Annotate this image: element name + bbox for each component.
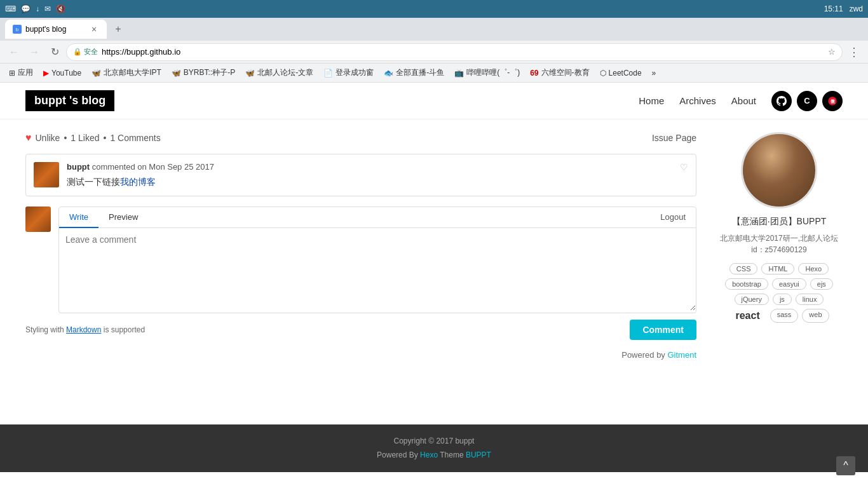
- bookmark-byrbt[interactable]: 🦋 BYRBT::种子-P: [168, 66, 239, 79]
- bookmark-label: 六维空间-教育: [541, 67, 590, 78]
- tag-linux[interactable]: linux: [796, 294, 824, 305]
- liked-count: 1 Liked: [71, 133, 99, 143]
- write-tab[interactable]: Write: [59, 207, 98, 228]
- footer-copyright: Copyright © 2017 buppt: [10, 435, 858, 449]
- url-bar[interactable]: 🔒 安全 https://buppt.github.io ☆: [66, 43, 843, 61]
- avatar-image: [34, 162, 59, 187]
- bookmark-leetcode[interactable]: ⬡ LeetCode: [596, 67, 646, 79]
- comment-body: buppt commented on Mon Sep 25 2017 ♡ 测试一…: [67, 162, 688, 188]
- forward-button[interactable]: →: [25, 43, 43, 61]
- site-nav: Home Archives About C 微: [639, 91, 843, 111]
- github-icon[interactable]: [771, 91, 792, 111]
- tag-easyui[interactable]: easyui: [772, 278, 806, 290]
- bookmark-youtube[interactable]: ▶ YouTube: [39, 67, 85, 79]
- bookmark-label: 哔哩哔哩(゜-゜): [466, 67, 520, 78]
- tab-favicon: b: [13, 25, 22, 34]
- bookmark-bupt[interactable]: 🦋 北京邮电大学IPT: [88, 66, 165, 79]
- editor-box: Write Preview Logout: [58, 207, 696, 313]
- tag-css[interactable]: CSS: [729, 263, 758, 274]
- social-icons: C 微: [771, 91, 843, 111]
- comment-item: buppt commented on Mon Sep 25 2017 ♡ 测试一…: [25, 154, 696, 196]
- buppt-theme-link[interactable]: BUPPT: [466, 451, 491, 459]
- chrome-menu-button[interactable]: ⋮: [845, 43, 863, 61]
- unlike-button[interactable]: ♥: [25, 132, 32, 144]
- bookmark-label: 登录成功窗: [336, 67, 374, 78]
- tags-cloud: CSSHTMLHexobootstrapeasyuiejsjQueryjslin…: [715, 263, 843, 323]
- bookmark-more[interactable]: »: [648, 67, 660, 79]
- reload-button[interactable]: ↻: [46, 43, 64, 61]
- codepen-icon[interactable]: C: [797, 91, 817, 111]
- bookmark-douyu[interactable]: 🐟 全部直播-斗鱼: [380, 66, 448, 79]
- hexo-link[interactable]: Hexo: [420, 451, 438, 459]
- commenter-avatar: [34, 162, 59, 187]
- bookmark-label: 北邮人论坛-文章: [257, 67, 313, 78]
- logout-button[interactable]: Logout: [650, 207, 696, 227]
- bookmark-star-icon[interactable]: ☆: [828, 47, 836, 57]
- bookmark-byr-forum[interactable]: 🦋 北邮人论坛-文章: [241, 66, 317, 79]
- tab-close-button[interactable]: ×: [89, 24, 99, 34]
- site-body: ♥ Unlike • 1 Liked • 1 Comments Issue Pa…: [0, 119, 868, 424]
- profile-bio: 北京邮电大学2017研一,北邮人论坛id：z574690129: [715, 233, 843, 255]
- user-label: zwd: [850, 4, 863, 13]
- comment-header: buppt commented on Mon Sep 25 2017 ♡: [67, 162, 688, 177]
- editor-footer: Styling with Markdown is supported Comme…: [25, 320, 696, 340]
- nav-about[interactable]: About: [731, 95, 756, 106]
- profile-name: 【意涵团·团员】BUPPT: [715, 216, 843, 227]
- keyboard-icon: ⌨: [5, 4, 16, 13]
- nav-archives[interactable]: Archives: [679, 95, 716, 106]
- bookmark-bilibili[interactable]: 📺 哔哩哔哩(゜-゜): [451, 66, 524, 79]
- tag-ejs[interactable]: ejs: [810, 278, 833, 290]
- wechat-icon: 💬: [21, 4, 31, 13]
- bookmarks-bar: ⊞ 应用 ▶ YouTube 🦋 北京邮电大学IPT 🦋 BYRBT::种子-P…: [0, 64, 868, 83]
- unlike-label[interactable]: Unlike: [36, 133, 60, 143]
- apps-icon: ⊞: [9, 69, 15, 78]
- tag-html[interactable]: HTML: [761, 263, 794, 274]
- new-tab-button[interactable]: +: [109, 20, 127, 38]
- os-taskbar: ⌨ 💬 ↓ ✉ 🔇 15:11 zwd: [0, 0, 868, 18]
- comment-actions: ♥ Unlike • 1 Liked • 1 Comments Issue Pa…: [25, 132, 696, 144]
- scroll-top-button[interactable]: ^: [836, 456, 855, 472]
- markdown-link[interactable]: Markdown: [66, 325, 101, 334]
- bookmark-6v[interactable]: 69 六维空间-教育: [526, 66, 593, 79]
- issue-page-link[interactable]: Issue Page: [652, 133, 696, 143]
- bookmark-label: 应用: [18, 67, 33, 78]
- clock: 15:11: [824, 4, 843, 13]
- taskbar-right: 15:11 zwd: [824, 4, 863, 13]
- active-tab[interactable]: b buppt's blog ×: [5, 20, 107, 39]
- tag-js[interactable]: js: [773, 294, 792, 305]
- svg-text:微: 微: [830, 98, 836, 104]
- tag-bootstrap[interactable]: bootstrap: [725, 278, 768, 290]
- comments-count: 1 Comments: [110, 133, 160, 143]
- comment-submit-button[interactable]: Comment: [630, 320, 696, 340]
- bookmark-label: BYRBT::种子-P: [184, 67, 235, 78]
- comment-text-before: 测试一下链接: [67, 177, 120, 187]
- tag-react[interactable]: react: [729, 309, 766, 323]
- weibo-icon[interactable]: 微: [822, 91, 843, 111]
- site-footer: Copyright © 2017 buppt Powered By Hexo T…: [0, 424, 868, 472]
- bookmark-apps[interactable]: ⊞ 应用: [5, 66, 37, 79]
- tag-web[interactable]: web: [802, 309, 829, 323]
- preview-tab[interactable]: Preview: [98, 207, 148, 228]
- download-icon: ↓: [36, 4, 39, 13]
- comment-like-button[interactable]: ♡: [680, 162, 688, 172]
- nav-home[interactable]: Home: [639, 95, 664, 106]
- sidebar: 【意涵团·团员】BUPPT 北京邮电大学2017研一,北邮人论坛id：z5746…: [715, 132, 843, 412]
- comment-date: commented on Mon Sep 25 2017: [92, 162, 214, 172]
- site-header: buppt 's blog Home Archives About C 微: [0, 83, 868, 119]
- bookmark-login[interactable]: 📄 登录成功窗: [320, 66, 377, 79]
- tag-sass[interactable]: sass: [770, 309, 799, 323]
- like-section: ♥ Unlike • 1 Liked • 1 Comments: [25, 132, 161, 144]
- volume-icon: 🔇: [56, 4, 65, 13]
- tag-jquery[interactable]: jQuery: [735, 294, 769, 305]
- taskbar-left: ⌨ 💬 ↓ ✉ 🔇: [5, 4, 65, 13]
- comment-editor-section: Write Preview Logout: [25, 207, 696, 313]
- comment-link[interactable]: 我的博客: [120, 177, 156, 187]
- main-content: ♥ Unlike • 1 Liked • 1 Comments Issue Pa…: [25, 132, 696, 412]
- bookmark-label: YouTube: [51, 69, 81, 78]
- tag-hexo[interactable]: Hexo: [798, 263, 829, 274]
- site-logo[interactable]: buppt 's blog: [25, 90, 114, 111]
- gitment-link[interactable]: Gitment: [667, 350, 696, 360]
- back-button[interactable]: ←: [5, 43, 23, 61]
- comment-textarea[interactable]: [59, 228, 696, 311]
- comment-author: buppt: [67, 162, 90, 172]
